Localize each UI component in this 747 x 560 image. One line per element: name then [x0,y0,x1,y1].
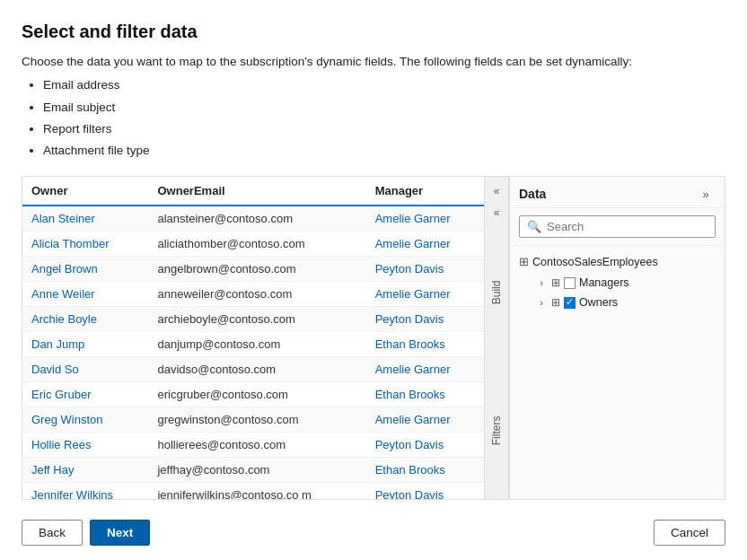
bullet-email-address: Email address [43,74,725,96]
footer-left: Back Next [22,520,150,546]
owner-cell[interactable]: Dan Jump [22,332,148,357]
tab-collapse-btn[interactable]: « [484,180,509,202]
manager-cell: Amelie Garner [366,357,484,382]
email-cell: davidso@contoso.com [148,357,365,382]
manager-cell: Ethan Brooks [366,458,484,483]
owner-cell[interactable]: Archie Boyle [22,307,148,332]
col-owner: Owner [22,177,148,206]
manager-cell: Peyton Davis [366,483,484,499]
tree-children: › ⊞ Managers › ⊞ Owners [519,274,716,311]
manager-cell: Peyton Davis [366,433,484,458]
managers-checkbox[interactable] [564,277,576,289]
email-cell: danjump@contoso.com [148,332,365,357]
owners-chevron-icon[interactable]: › [535,297,548,308]
manager-cell: Amelie Garner [366,206,484,232]
data-table-panel: Owner OwnerEmail Manager Alan Steinerala… [22,177,484,499]
manager-cell: Amelie Garner [366,282,484,307]
tree-root: ⊞ ContosoSalesEmployees › ⊞ Managers › ⊞ [519,253,716,311]
manager-cell: Amelie Garner [366,232,484,257]
bullet-report-filters: Report filters [43,118,725,140]
owner-cell[interactable]: Jeff Hay [22,458,148,483]
owner-cell[interactable]: Alicia Thomber [22,232,148,257]
db-icon: ⊞ [519,255,529,268]
table-row: Anne Weileranneweiler@contoso.comAmelie … [22,282,484,307]
owners-table-icon: ⊞ [551,296,560,309]
tree-item-owners[interactable]: › ⊞ Owners [535,293,716,311]
managers-table-icon: ⊞ [551,276,560,289]
manager-cell: Peyton Davis [366,307,484,332]
right-panel-title: Data [519,187,546,201]
col-manager: Manager [366,177,484,206]
manager-cell: Amelie Garner [366,407,484,433]
owner-cell[interactable]: Eric Gruber [22,382,148,407]
owner-cell[interactable]: Greg Winston [22,407,148,433]
owner-cell[interactable]: Jennifer Wilkins [22,483,148,499]
manager-cell: Ethan Brooks [366,332,484,357]
email-cell: alansteiner@contoso.com [148,206,365,232]
email-cell: hollierees@contoso.com [148,433,365,458]
table-row: Alan Steineralansteiner@contoso.comAmeli… [22,206,484,232]
table-row: Angel Brownangelbrown@contoso.comPeyton … [22,257,484,282]
email-cell: jenniferwilkins@contoso.co m [148,483,365,499]
email-cell: jeffhay@contoso.com [148,458,365,483]
email-cell: gregwinston@contoso.com [148,407,365,433]
owner-cell[interactable]: Alan Steiner [22,206,148,232]
next-button[interactable]: Next [90,520,150,546]
right-panel-expand-btn[interactable]: » [696,184,716,204]
cancel-button[interactable]: Cancel [654,520,725,546]
email-cell: anneweiler@contoso.com [148,282,365,307]
table-row: David Sodavidso@contoso.comAmelie Garner [22,357,484,382]
owner-cell[interactable]: David So [22,357,148,382]
email-cell: archieboyle@contoso.com [148,307,365,332]
table-row: Archie Boylearchieboyle@contoso.comPeyto… [22,307,484,332]
owner-cell[interactable]: Angel Brown [22,257,148,282]
search-input[interactable] [547,220,707,233]
manager-cell: Peyton Davis [366,257,484,282]
table-row: Dan Jumpdanjump@contoso.comEthan Brooks [22,332,484,357]
tree-item-managers[interactable]: › ⊞ Managers [535,274,716,292]
managers-chevron-icon[interactable]: › [535,277,548,288]
bullet-attachment-file-type: Attachment file type [43,140,725,162]
tab-filters[interactable]: Filters [487,362,506,499]
right-panel: Data » 🔍 ⊞ ContosoSalesEmployees [509,177,725,499]
tab-strip: « « Build Filters [484,177,509,499]
datasource-label: ⊞ ContosoSalesEmployees [519,253,716,270]
back-button[interactable]: Back [22,520,83,546]
data-table: Owner OwnerEmail Manager Alan Steinerala… [22,177,484,499]
owners-checkbox[interactable] [564,297,576,309]
datasource-name: ContosoSalesEmployees [532,256,658,268]
footer: Back Next Cancel [22,507,725,560]
table-row: Jennifer Wilkinsjenniferwilkins@contoso.… [22,483,484,499]
email-cell: ericgruber@contoso.com [148,382,365,407]
description-text: Choose the data you want to map to the s… [22,53,725,71]
main-area: Owner OwnerEmail Manager Alan Steinerala… [22,176,725,500]
managers-label: Managers [579,276,629,289]
right-panel-nav: » [696,184,716,204]
right-panel-header: Data » [510,177,725,208]
search-icon: 🔍 [527,220,541,233]
manager-cell: Ethan Brooks [366,382,484,407]
bullet-list: Email address Email subject Report filte… [22,74,725,162]
page-title: Select and filter data [22,22,725,42]
search-box[interactable]: 🔍 [519,215,716,238]
owners-label: Owners [579,296,618,309]
table-row: Hollie Reeshollierees@contoso.comPeyton … [22,433,484,458]
owner-cell[interactable]: Anne Weiler [22,282,148,307]
table-row: Eric Gruberericgruber@contoso.comEthan B… [22,382,484,407]
tab-build[interactable]: Build [487,223,506,361]
email-cell: angelbrown@contoso.com [148,257,365,282]
tree-area: ⊞ ContosoSalesEmployees › ⊞ Managers › ⊞ [510,246,725,499]
owner-cell[interactable]: Hollie Rees [22,433,148,458]
tab-collapse-btn2[interactable]: « [484,202,509,223]
email-cell: aliciathomber@contoso.com [148,232,365,257]
col-owner-email: OwnerEmail [148,177,365,206]
table-row: Jeff Hayjeffhay@contoso.comEthan Brooks [22,458,484,483]
search-box-container: 🔍 [510,208,725,246]
table-row: Greg Winstongregwinston@contoso.comAmeli… [22,407,484,433]
table-row: Alicia Thomberaliciathomber@contoso.comA… [22,232,484,257]
bullet-email-subject: Email subject [43,97,725,118]
